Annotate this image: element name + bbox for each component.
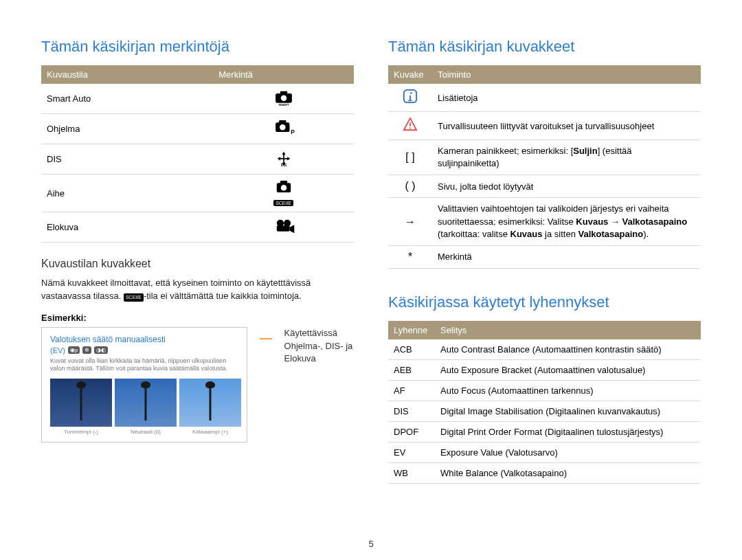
text-part: ).	[643, 229, 649, 239]
section-heading-icons: Tämän käsikirjan kuvakkeet	[388, 38, 701, 56]
text-bold: Kuvaus	[510, 229, 543, 239]
program-icon: P	[213, 114, 354, 144]
table-row: [ ] Kameran painikkeet; esimerkiksi: [Su…	[388, 140, 701, 175]
example-label: Esimerkki:	[41, 313, 354, 323]
table-row: → Valittavien vaihtoehtojen tai valikoid…	[388, 198, 701, 246]
arrow-text: Valittavien vaihtoehtojen tai valikoiden…	[432, 198, 701, 246]
warning-text: Turvallisuuteen liittyvät varoitukset ja…	[432, 112, 701, 140]
mode-name: Elokuva	[41, 212, 213, 243]
table-row: Elokuva	[41, 212, 354, 243]
abbr-d: Auto Exposure Bracket (Automaattinen val…	[435, 359, 701, 380]
abbr-col2: Selitys	[435, 321, 701, 339]
text-bold: Kuvaus	[576, 216, 608, 227]
section-heading-notations: Tämän käsikirjan merkintöjä	[41, 38, 354, 56]
sub-heading-mode-icons: Kuvaustilan kuvakkeet	[41, 258, 354, 270]
svg-rect-18	[409, 128, 411, 129]
info-text: Lisätietoja	[432, 84, 701, 112]
smart-auto-icon: SMART	[213, 84, 354, 114]
text-bold: Valkotasapaino	[622, 216, 688, 227]
mini-dis-icon: ✲	[82, 346, 91, 354]
parens-icon: ( )	[388, 175, 432, 198]
parens-text: Sivu, jolta tiedot löytyvät	[432, 175, 701, 198]
abbr-d: Auto Contrast Balance (Automaattinen kon…	[435, 339, 701, 360]
scene-icon: SCEIIE	[213, 175, 354, 212]
thumb-label: Tummempi (-)	[64, 429, 98, 435]
scene-inline-icon: SCEIIE	[124, 293, 144, 302]
scene-label: SCEIIE	[273, 200, 293, 206]
svg-rect-16	[408, 100, 412, 101]
table-row: Turvallisuuteen liittyvät varoitukset ja…	[388, 112, 701, 140]
sub-body-post: -tila ei välttämättä tue kaikkia toimint…	[144, 291, 302, 301]
thumb-label: Kirkkaampi (+)	[192, 429, 228, 435]
mode-name: DIS	[41, 144, 213, 175]
abbr-a: AF	[388, 380, 435, 401]
abbr-a: DPOF	[388, 421, 435, 442]
thumb-label: Neutraali (0)	[131, 429, 161, 435]
ev-label: (EV)	[50, 346, 65, 355]
movie-icon	[213, 212, 354, 243]
text-part: →	[608, 216, 622, 227]
table-row: * Merkintä	[388, 245, 701, 268]
text-bold: Valkotasapaino	[578, 229, 644, 239]
svg-text:DIS: DIS	[280, 163, 286, 167]
abbr-a: DIS	[388, 401, 435, 421]
table-row: EVExposure Value (Valotusarvo)	[388, 442, 701, 462]
svg-point-10	[280, 185, 286, 191]
abbr-a: AEB	[388, 359, 435, 380]
svg-rect-14	[276, 225, 289, 232]
table-row: DISDigital Image Stabilisation (Digitaal…	[388, 401, 701, 421]
icons-col1: Kuvake	[388, 65, 432, 84]
asterisk-text: Merkintä	[432, 245, 701, 268]
abbr-col1: Lyhenne	[388, 321, 435, 339]
thumb-brighter: Kirkkaampi (+)	[179, 379, 241, 435]
thumb-neutral: Neutraali (0)	[115, 379, 177, 435]
connector-line	[260, 338, 272, 339]
example-caption-right: Käytettävissä Ohjelma-, DIS- ja Elokuva	[284, 327, 354, 366]
svg-text:SMART: SMART	[278, 103, 289, 107]
text-bold: Suljin	[573, 146, 597, 156]
abbr-a: ACB	[388, 339, 435, 360]
svg-point-1	[280, 96, 286, 102]
table-row: Smart Auto SMART	[41, 84, 354, 114]
icons-table: Kuvake Toiminto Lisätietoja Turvallisuut…	[388, 65, 701, 269]
table-row: Ohjelma P	[41, 114, 354, 144]
example-wrap: Valotuksen säätö manuaalisesti (EV) ◉p ✲…	[41, 327, 354, 443]
table-row: ( ) Sivu, jolta tiedot löytyvät	[388, 175, 701, 198]
abbr-d: Auto Focus (Automaattinen tarkennus)	[435, 380, 701, 401]
svg-point-5	[280, 124, 286, 131]
sub-body: Nämä kuvakkeet ilmoittavat, että kyseine…	[41, 277, 354, 303]
icons-col2: Toiminto	[432, 65, 701, 84]
table-row: ACBAuto Contrast Balance (Automaattinen …	[388, 339, 701, 360]
svg-rect-2	[280, 91, 287, 95]
example-body: Kuvat voivat olla liian kirkkaita tai hä…	[50, 357, 238, 373]
brackets-icon: [ ]	[388, 140, 432, 175]
table-row: DPOFDigital Print Order Format (Digitaal…	[388, 421, 701, 442]
info-icon	[388, 84, 432, 112]
svg-rect-6	[279, 120, 286, 124]
svg-text:P: P	[291, 128, 295, 135]
text-part: ja sitten	[542, 229, 578, 239]
abbr-a: EV	[388, 442, 435, 462]
table-row: DIS DIS	[41, 144, 354, 175]
abbr-d: Digital Image Stabilisation (Digitaaline…	[435, 401, 701, 421]
right-column: Tämän käsikirjan kuvakkeet Kuvake Toimin…	[388, 38, 701, 560]
abbr-d: Exposure Value (Valotusarvo)	[435, 442, 701, 462]
left-column: Tämän käsikirjan merkintöjä Kuvaustila M…	[41, 38, 354, 560]
mini-program-icon: ◉p	[68, 346, 80, 354]
mode-name: Smart Auto	[41, 84, 213, 114]
table-row: WBWhite Balance (Valkotasapaino)	[388, 462, 701, 483]
table-row: Aihe SCEIIE	[41, 175, 354, 212]
modes-col1: Kuvaustila	[41, 65, 213, 84]
dis-icon: DIS	[213, 144, 354, 175]
mini-movie-icon: ◑◐	[94, 346, 108, 354]
table-row: AFAuto Focus (Automaattinen tarkennus)	[388, 380, 701, 401]
mode-name: Aihe	[41, 175, 213, 212]
asterisk-icon: *	[388, 245, 432, 268]
thumb-darker: Tummempi (-)	[50, 379, 112, 435]
mode-name: Ohjelma	[41, 114, 213, 144]
page-number: 5	[368, 539, 373, 549]
brackets-text: Kameran painikkeet; esimerkiksi: [Suljin…	[432, 140, 701, 175]
arrow-icon: →	[388, 198, 432, 246]
abbr-d: Digital Print Order Format (Digitaalinen…	[435, 421, 701, 442]
table-row: AEBAuto Exposure Bracket (Automaattinen …	[388, 359, 701, 380]
